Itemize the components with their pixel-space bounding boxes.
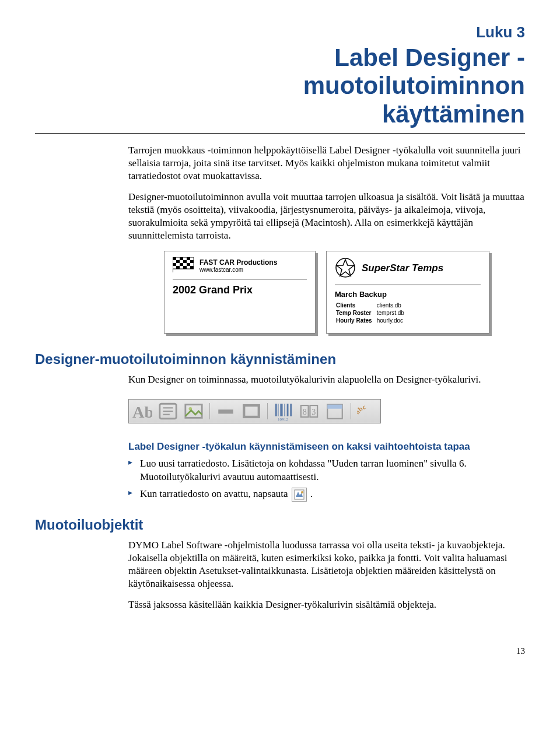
svg-rect-10 — [176, 266, 180, 269]
list-item: Luo uusi tarratiedosto. Lisätietoja on k… — [128, 457, 525, 484]
checkered-flag-icon — [173, 257, 194, 274]
svg-point-14 — [336, 258, 355, 277]
svg-rect-12 — [190, 266, 194, 269]
toolbar-separator — [209, 403, 210, 419]
chapter-rule — [35, 133, 525, 134]
chapter-title-line1: Label Designer - — [334, 44, 525, 71]
section-heading-designer-start: Designer-muotoilutoiminnon käynnistämine… — [35, 351, 525, 367]
intro-paragraph-2: Designer-muotoilutoiminnon avulla voit m… — [128, 191, 525, 242]
start-methods-list: Luo uusi tarratiedosto. Lisätietoja on k… — [128, 457, 525, 502]
svg-marker-15 — [337, 260, 354, 276]
svg-rect-30 — [290, 404, 292, 416]
svg-rect-2 — [180, 257, 183, 260]
svg-rect-4 — [176, 260, 180, 263]
svg-rect-26 — [278, 404, 278, 416]
sample-label-fastcar: FAST CAR Productions www.fastcar.com 200… — [164, 251, 316, 334]
table-row: Hourly Rateshourly.doc — [336, 317, 408, 324]
table-row: Temp Rostertemprst.db — [336, 310, 408, 316]
svg-rect-37 — [327, 404, 342, 408]
list-item: Kun tarratiedosto on avattu, napsauta . — [128, 488, 525, 502]
table-row: Clientsclients.db — [336, 302, 408, 309]
sample-label-company: FAST CAR Productions — [200, 258, 277, 267]
datetime-tool-icon[interactable] — [325, 401, 345, 421]
svg-rect-7 — [173, 263, 176, 266]
sample-label-superstar: SuperStar Temps March Backup Clientsclie… — [326, 251, 489, 334]
section1-paragraph: Kun Designer on toiminnassa, muotoilutyö… — [128, 373, 525, 386]
intro-paragraph-1: Tarrojen muokkaus -toiminnon helppokäytt… — [128, 144, 525, 183]
svg-text:abc: abc — [357, 404, 367, 416]
svg-text:3: 3 — [312, 407, 316, 416]
sample-label-main: 2002 Grand Prix — [173, 284, 307, 296]
sample-label-url: www.fastcar.com — [200, 267, 277, 273]
text-tool-icon[interactable]: Ab — [132, 401, 152, 421]
rectangle-tool-icon[interactable] — [242, 401, 261, 421]
sample-labels-row: FAST CAR Productions www.fastcar.com 200… — [128, 251, 525, 334]
section2-paragraph-2: Tässä jaksossa käsitellään kaikkia Desig… — [128, 598, 525, 611]
line-tool-icon[interactable] — [216, 401, 236, 421]
svg-rect-5 — [183, 260, 187, 263]
toolbar-separator — [351, 403, 351, 419]
svg-text:8: 8 — [303, 407, 307, 416]
svg-rect-29 — [287, 404, 289, 416]
section1-subheading: Label Designer -työkalun käynnistämiseen… — [128, 441, 525, 453]
page-number: 13 — [35, 646, 525, 656]
sample-label2-table: Clientsclients.db Temp Rostertemprst.db … — [335, 301, 409, 325]
image-tool-icon[interactable] — [184, 401, 204, 421]
section-heading-objects: Muotoiluobjektit — [35, 517, 525, 533]
svg-rect-3 — [187, 257, 190, 260]
svg-rect-23 — [218, 409, 233, 414]
svg-rect-8 — [180, 263, 183, 266]
sample-label2-company: SuperStar Temps — [362, 262, 443, 274]
svg-rect-27 — [280, 404, 282, 416]
svg-rect-28 — [284, 404, 285, 416]
chapter-title-line3: käyttäminen — [382, 100, 525, 128]
sample-label2-sub: March Backup — [335, 290, 481, 299]
chapter-title: Label Designer - muotoilutoiminnon käytt… — [35, 44, 525, 128]
address-tool-icon[interactable] — [158, 401, 178, 421]
star-icon — [335, 257, 356, 280]
barcode-tool-icon[interactable]: 10912 — [274, 401, 293, 421]
svg-text:10912: 10912 — [278, 416, 288, 421]
designer-toolbar: Ab 10912 83 abc — [128, 399, 381, 423]
svg-rect-9 — [187, 263, 190, 266]
svg-rect-1 — [173, 257, 176, 260]
svg-rect-11 — [183, 266, 187, 269]
svg-text:Ab: Ab — [132, 403, 152, 421]
toolbar-separator — [267, 403, 268, 419]
counter-tool-icon[interactable]: 83 — [299, 401, 319, 421]
svg-rect-25 — [275, 404, 277, 416]
curved-text-tool-icon[interactable]: abc — [357, 401, 377, 421]
section2-paragraph-1: DYMO Label Software -ohjelmistolla luodu… — [128, 539, 525, 590]
list-item-text-b: . — [310, 488, 313, 499]
svg-point-46 — [301, 491, 303, 493]
designer-toggle-icon[interactable] — [292, 488, 307, 502]
chapter-label: Luku 3 — [35, 23, 525, 41]
svg-rect-6 — [190, 260, 194, 263]
list-item-text-a: Kun tarratiedosto on avattu, napsauta — [140, 488, 290, 499]
chapter-title-line2: muotoilutoiminnon — [303, 72, 525, 99]
svg-rect-24 — [244, 405, 259, 417]
